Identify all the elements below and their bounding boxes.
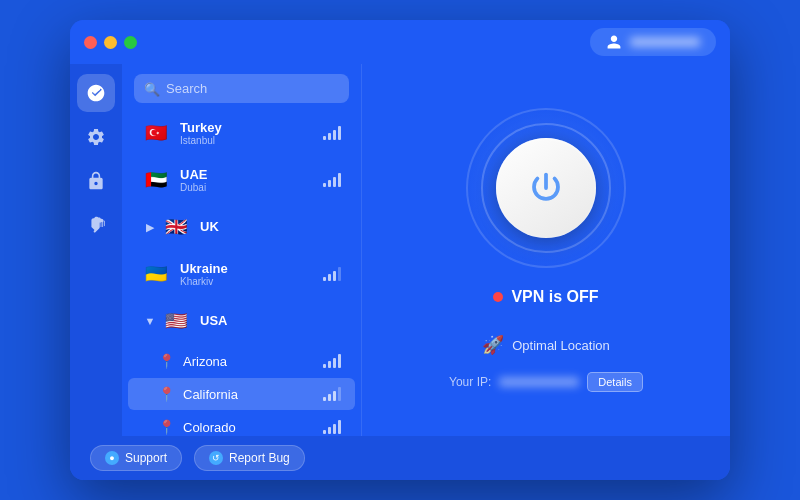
title-bar-right — [590, 28, 716, 56]
bar — [328, 180, 331, 187]
username-display — [630, 37, 700, 47]
status-dot — [493, 292, 503, 302]
sidebar-item-settings[interactable] — [77, 118, 115, 156]
location-city-uae: Dubai — [180, 182, 323, 193]
signal-colorado — [323, 420, 341, 434]
location-city-turkey: Istanbul — [180, 135, 323, 146]
rocket-icon — [86, 83, 106, 103]
bar — [323, 183, 326, 187]
ip-info: Your IP: Details — [449, 372, 643, 392]
pin-icon-colorado: 📍 — [158, 419, 175, 435]
search-input[interactable] — [134, 74, 349, 103]
optimal-location-label: Optimal Location — [512, 338, 610, 353]
hand-icon — [86, 215, 106, 235]
sidebar-icons — [70, 64, 122, 436]
location-panel: 🔍 🇹🇷 Turkey Istanbul — [122, 64, 362, 436]
power-icon — [528, 170, 564, 206]
location-list: 🇹🇷 Turkey Istanbul 🇦🇪 — [122, 109, 361, 436]
bar — [338, 267, 341, 281]
bar — [338, 354, 341, 368]
user-icon — [606, 34, 622, 50]
support-label: Support — [125, 451, 167, 465]
list-item-usa[interactable]: ▼ 🇺🇸 USA — [128, 298, 355, 344]
signal-ukraine — [323, 267, 341, 281]
bar — [328, 427, 331, 434]
bar — [333, 130, 336, 140]
bar — [323, 397, 326, 401]
close-button[interactable] — [84, 36, 97, 49]
bar — [333, 391, 336, 401]
bottom-bar: ● Support ↺ Report Bug — [70, 436, 730, 480]
search-container: 🔍 — [122, 64, 361, 109]
bar — [328, 133, 331, 140]
location-info-ukraine: Ukraine Kharkiv — [180, 261, 323, 288]
location-name-uae: UAE — [180, 167, 323, 183]
vpn-status-label: VPN is OFF — [511, 288, 598, 306]
location-name-turkey: Turkey — [180, 120, 323, 136]
optimal-location: 🚀 Optimal Location — [482, 334, 610, 356]
location-name-uk: UK — [200, 219, 341, 235]
bar — [333, 271, 336, 281]
search-icon: 🔍 — [144, 81, 160, 96]
vpn-status: VPN is OFF — [493, 288, 598, 306]
signal-uae — [323, 173, 341, 187]
flag-usa: 🇺🇸 — [162, 307, 190, 335]
list-item-turkey[interactable]: 🇹🇷 Turkey Istanbul — [128, 110, 355, 156]
power-area — [466, 108, 626, 268]
signal-arizona — [323, 354, 341, 368]
pin-icon-california: 📍 — [158, 386, 175, 402]
sidebar-item-quick-connect[interactable] — [77, 74, 115, 112]
bar — [338, 420, 341, 434]
sublocation-name-california: California — [183, 387, 323, 402]
bug-icon: ↺ — [209, 451, 223, 465]
flag-ukraine: 🇺🇦 — [142, 260, 170, 288]
support-button[interactable]: ● Support — [90, 445, 182, 471]
bar — [338, 387, 341, 401]
bar — [328, 274, 331, 281]
bar — [338, 173, 341, 187]
bar — [323, 277, 326, 281]
search-wrapper: 🔍 — [134, 74, 349, 103]
bar — [333, 424, 336, 434]
location-name-ukraine: Ukraine — [180, 261, 323, 277]
bar — [323, 430, 326, 434]
usa-expand-toggle[interactable]: ▼ — [142, 313, 158, 329]
report-bug-button[interactable]: ↺ Report Bug — [194, 445, 305, 471]
lock-icon — [86, 171, 106, 191]
sidebar-item-security[interactable] — [77, 162, 115, 200]
details-button[interactable]: Details — [587, 372, 643, 392]
minimize-button[interactable] — [104, 36, 117, 49]
list-item-uk[interactable]: ▶ 🇬🇧 UK — [128, 204, 355, 250]
optimal-rocket-icon: 🚀 — [482, 334, 504, 356]
bar — [333, 177, 336, 187]
ip-value — [499, 377, 579, 387]
signal-california — [323, 387, 341, 401]
list-item-california[interactable]: 📍 California — [128, 378, 355, 410]
bar — [338, 126, 341, 140]
settings-icon — [86, 127, 106, 147]
list-item-uae[interactable]: 🇦🇪 UAE Dubai — [128, 157, 355, 203]
signal-turkey — [323, 126, 341, 140]
bar — [333, 358, 336, 368]
sublocation-name-arizona: Arizona — [183, 354, 323, 369]
flag-turkey: 🇹🇷 — [142, 119, 170, 147]
list-item-ukraine[interactable]: 🇺🇦 Ukraine Kharkiv — [128, 251, 355, 297]
bar — [328, 394, 331, 401]
flag-uae: 🇦🇪 — [142, 166, 170, 194]
title-bar — [70, 20, 730, 64]
list-item-colorado[interactable]: 📍 Colorado — [128, 411, 355, 436]
location-city-ukraine: Kharkiv — [180, 276, 323, 287]
location-info-turkey: Turkey Istanbul — [180, 120, 323, 147]
bar — [323, 136, 326, 140]
power-button[interactable] — [496, 138, 596, 238]
location-info-uae: UAE Dubai — [180, 167, 323, 194]
maximize-button[interactable] — [124, 36, 137, 49]
sidebar-item-adblocker[interactable] — [77, 206, 115, 244]
uk-expand-toggle[interactable]: ▶ — [142, 219, 158, 235]
support-icon: ● — [105, 451, 119, 465]
app-window: 🔍 🇹🇷 Turkey Istanbul — [70, 20, 730, 480]
list-item-arizona[interactable]: 📍 Arizona — [128, 345, 355, 377]
ip-label: Your IP: — [449, 375, 491, 389]
location-info-usa: USA — [200, 313, 341, 329]
account-button[interactable] — [590, 28, 716, 56]
